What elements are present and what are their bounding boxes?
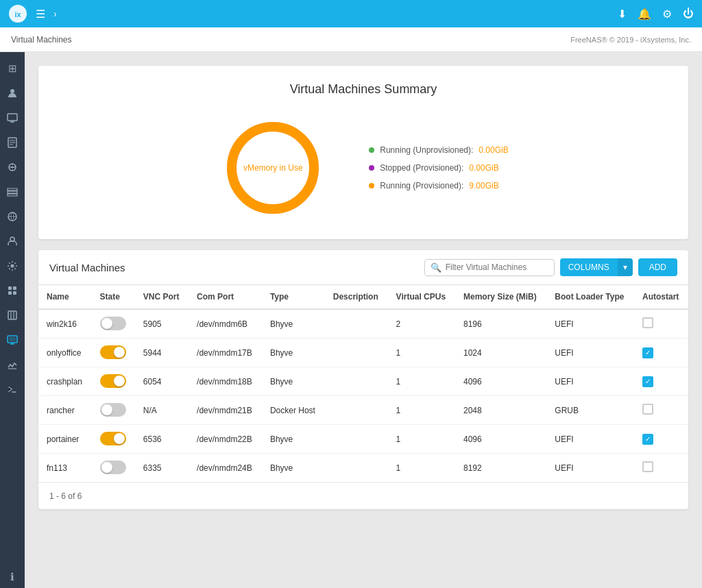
sidebar-item-shell[interactable]: [1, 378, 23, 400]
sidebar-item-info[interactable]: ℹ: [1, 566, 23, 588]
svg-rect-13: [8, 311, 16, 319]
svg-point-8: [11, 265, 14, 268]
sidebar-item-directory[interactable]: [1, 206, 23, 228]
topbar-left: ix ☰ ›: [8, 4, 57, 23]
cell-description: [325, 367, 388, 396]
topbar: ix ☰ › ⬇ 🔔 ⚙ ⏻: [0, 0, 702, 27]
sidebar-item-sharing[interactable]: [1, 230, 23, 252]
cell-memory: 4096: [455, 425, 546, 454]
sidebar-item-reporting[interactable]: [1, 354, 23, 376]
table-header: Virtual Machines 🔍 COLUMNS ▾ ADD: [38, 250, 688, 285]
col-memory: Memory Size (MiB): [455, 285, 546, 309]
cell-type: Bhyve: [262, 309, 325, 339]
cell-name: portainer: [38, 425, 92, 454]
state-toggle[interactable]: [100, 403, 126, 417]
autostart-checkbox[interactable]: [642, 317, 653, 328]
bell-icon[interactable]: 🔔: [638, 8, 651, 21]
col-com-port: Com Port: [189, 285, 262, 309]
cell-vnc-port: 5905: [135, 309, 189, 339]
col-state: State: [92, 285, 135, 309]
autostart-checkbox[interactable]: [642, 434, 653, 445]
cell-vcpus: 1: [388, 454, 455, 482]
cell-memory: 8196: [455, 309, 546, 339]
cell-com-port: /dev/nmdm18B: [189, 367, 262, 396]
gear-icon[interactable]: ⚙: [662, 8, 672, 21]
legend-label-0: Running (Unprovisioned):: [380, 145, 473, 155]
legend: Running (Unprovisioned): 0.00GiB Stopped…: [369, 145, 508, 191]
cell-state: [92, 425, 135, 454]
cell-com-port: /dev/nmdm21B: [189, 396, 262, 425]
col-description: Description: [325, 285, 388, 309]
col-type: Type: [262, 285, 325, 309]
cell-vnc-port: 6536: [135, 425, 189, 454]
download-icon[interactable]: ⬇: [618, 8, 627, 21]
state-toggle[interactable]: [100, 345, 126, 359]
sidebar-item-storage[interactable]: [1, 181, 23, 203]
breadcrumb-chevron-icon[interactable]: ›: [53, 8, 57, 19]
sidebar-item-vm[interactable]: [1, 329, 23, 351]
cell-vnc-port: 6335: [135, 454, 189, 482]
table-header-row: Name State VNC Port Com Port Type Descri…: [38, 285, 688, 309]
state-toggle[interactable]: [100, 317, 126, 330]
table-row: fn1136335/dev/nmdm24BBhyve18192UEFI: [38, 454, 688, 482]
state-toggle[interactable]: [100, 374, 126, 388]
sidebar-item-services[interactable]: [1, 255, 23, 277]
power-icon[interactable]: ⏻: [683, 8, 694, 20]
cell-vcpus: 1: [388, 425, 455, 454]
autostart-checkbox[interactable]: [642, 376, 653, 387]
autostart-checkbox[interactable]: [642, 404, 653, 415]
svg-text:ix: ix: [14, 10, 21, 19]
state-toggle[interactable]: [100, 432, 126, 445]
add-button[interactable]: ADD: [638, 258, 677, 276]
legend-label-2: Running (Provisioned):: [380, 181, 463, 191]
svg-rect-15: [9, 337, 16, 341]
cell-vcpus: 1: [388, 396, 455, 425]
legend-item-running-unprovisioned: Running (Unprovisioned): 0.00GiB: [369, 145, 508, 155]
pagination: 1 - 6 of 6: [38, 482, 688, 509]
search-box: 🔍: [424, 259, 555, 276]
cell-name: fn113: [38, 454, 92, 482]
legend-value-0: 0.00GiB: [479, 145, 508, 155]
svg-rect-9: [8, 286, 12, 290]
sidebar-item-jails[interactable]: [1, 304, 23, 326]
autostart-checkbox[interactable]: [642, 461, 653, 472]
svg-point-2: [10, 89, 14, 93]
legend-dot-purple: [369, 165, 374, 171]
cell-vcpus: 2: [388, 309, 455, 339]
svg-rect-10: [13, 286, 16, 290]
table-row: win2k165905/dev/nmdm6BBhyve28196UEFI: [38, 309, 688, 339]
cell-com-port: /dev/nmdm22B: [189, 425, 262, 454]
cell-com-port: /dev/nmdm6B: [189, 309, 262, 339]
col-autostart: Autostart: [634, 285, 688, 309]
content-area: Virtual Machines Summary vMemory in Use …: [25, 52, 702, 588]
vm-table-body: win2k165905/dev/nmdm6BBhyve28196UEFIonly…: [38, 309, 688, 482]
summary-title: Virtual Machines Summary: [55, 82, 672, 97]
sidebar-item-accounts[interactable]: [1, 82, 23, 104]
table-controls: 🔍 COLUMNS ▾ ADD: [424, 258, 677, 276]
cell-type: Bhyve: [262, 454, 325, 482]
brand-text: FreeNAS® © 2019 - iXsystems, Inc.: [570, 36, 691, 44]
cell-boot-loader: UEFI: [546, 425, 634, 454]
sidebar-item-network[interactable]: [1, 156, 23, 178]
summary-body: vMemory in Use Running (Unprovisioned): …: [55, 113, 672, 223]
search-input[interactable]: [446, 262, 548, 272]
cell-memory: 1024: [455, 339, 546, 367]
columns-dropdown-arrow[interactable]: ▾: [618, 258, 633, 276]
sidebar-item-dashboard[interactable]: ⊞: [1, 58, 23, 79]
cell-type: Bhyve: [262, 339, 325, 367]
cell-name: onlyoffice: [38, 339, 92, 367]
cell-type: Docker Host: [262, 396, 325, 425]
cell-description: [325, 425, 388, 454]
cell-boot-loader: UEFI: [546, 367, 634, 396]
legend-item-stopped-provisioned: Stopped (Provisioned): 0.00GiB: [369, 163, 508, 173]
columns-button[interactable]: COLUMNS: [560, 258, 618, 276]
state-toggle[interactable]: [100, 461, 126, 474]
table-row: onlyoffice5944/dev/nmdm17BBhyve11024UEFI: [38, 339, 688, 367]
cell-description: [325, 339, 388, 367]
sidebar-item-system[interactable]: [1, 107, 23, 129]
sidebar-item-tasks[interactable]: [1, 132, 23, 154]
cell-type: Bhyve: [262, 425, 325, 454]
sidebar-item-plugins[interactable]: [1, 280, 23, 302]
hamburger-icon[interactable]: ☰: [36, 8, 45, 21]
autostart-checkbox[interactable]: [642, 347, 653, 358]
